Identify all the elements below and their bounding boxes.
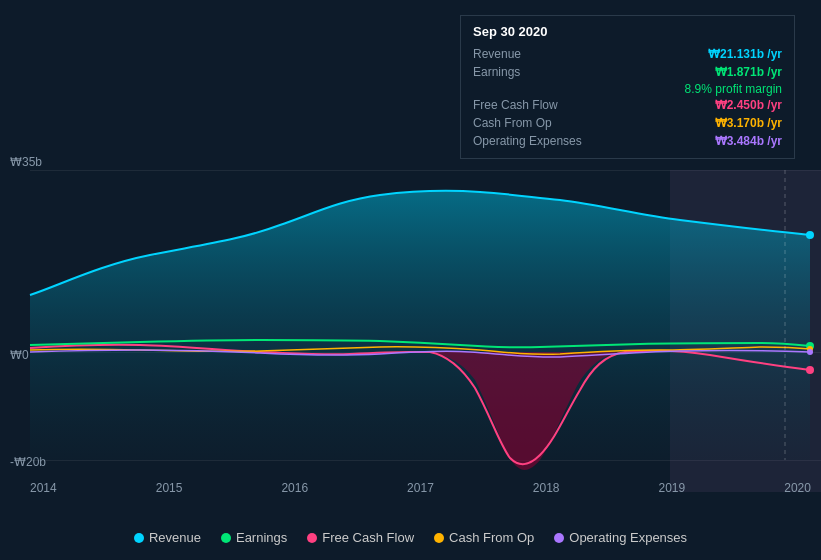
revenue-dot <box>134 533 144 543</box>
legend-opex[interactable]: Operating Expenses <box>554 530 687 545</box>
tooltip-earnings-row: Earnings ₩1.871b /yr <box>473 63 782 81</box>
legend-opex-label: Operating Expenses <box>569 530 687 545</box>
revenue-label: Revenue <box>473 47 521 61</box>
legend: Revenue Earnings Free Cash Flow Cash Fro… <box>0 530 821 545</box>
tooltip-date: Sep 30 2020 <box>473 24 782 39</box>
earnings-value: ₩1.871b /yr <box>715 65 782 79</box>
fcf-value: ₩2.450b /yr <box>715 98 782 112</box>
legend-revenue[interactable]: Revenue <box>134 530 201 545</box>
legend-revenue-label: Revenue <box>149 530 201 545</box>
revenue-value: ₩21.131b /yr <box>708 47 782 61</box>
revenue-area <box>30 191 810 460</box>
fcf-dot <box>307 533 317 543</box>
tooltip-box: Sep 30 2020 Revenue ₩21.131b /yr Earning… <box>460 15 795 159</box>
opex-dot <box>554 533 564 543</box>
x-axis: 2014 2015 2016 2017 2018 2019 2020 <box>30 481 811 495</box>
tooltip-fcf-row: Free Cash Flow ₩2.450b /yr <box>473 96 782 114</box>
x-label-2018: 2018 <box>533 481 560 495</box>
opex-value: ₩3.484b /yr <box>715 134 782 148</box>
x-label-2017: 2017 <box>407 481 434 495</box>
legend-cashfromop-label: Cash From Op <box>449 530 534 545</box>
cashfromop-dot <box>434 533 444 543</box>
cashfromop-label: Cash From Op <box>473 116 552 130</box>
legend-cashfromop[interactable]: Cash From Op <box>434 530 534 545</box>
cashfromop-value: ₩3.170b /yr <box>715 116 782 130</box>
x-label-2016: 2016 <box>281 481 308 495</box>
opex-label: Operating Expenses <box>473 134 582 148</box>
x-label-2014: 2014 <box>30 481 57 495</box>
legend-fcf-label: Free Cash Flow <box>322 530 414 545</box>
x-label-2020: 2020 <box>784 481 811 495</box>
opex-end-dot <box>807 349 813 355</box>
x-label-2015: 2015 <box>156 481 183 495</box>
tooltip-revenue-row: Revenue ₩21.131b /yr <box>473 45 782 63</box>
revenue-end-dot <box>806 231 814 239</box>
tooltip-opex-row: Operating Expenses ₩3.484b /yr <box>473 132 782 150</box>
legend-earnings-label: Earnings <box>236 530 287 545</box>
x-label-2019: 2019 <box>659 481 686 495</box>
tooltip-cashfromop-row: Cash From Op ₩3.170b /yr <box>473 114 782 132</box>
earnings-label: Earnings <box>473 65 520 79</box>
profit-margin: 8.9% profit margin <box>473 82 782 96</box>
chart-container: Sep 30 2020 Revenue ₩21.131b /yr Earning… <box>0 0 821 560</box>
fcf-label: Free Cash Flow <box>473 98 558 112</box>
earnings-dot <box>221 533 231 543</box>
legend-fcf[interactable]: Free Cash Flow <box>307 530 414 545</box>
fcf-end-dot <box>806 366 814 374</box>
legend-earnings[interactable]: Earnings <box>221 530 287 545</box>
